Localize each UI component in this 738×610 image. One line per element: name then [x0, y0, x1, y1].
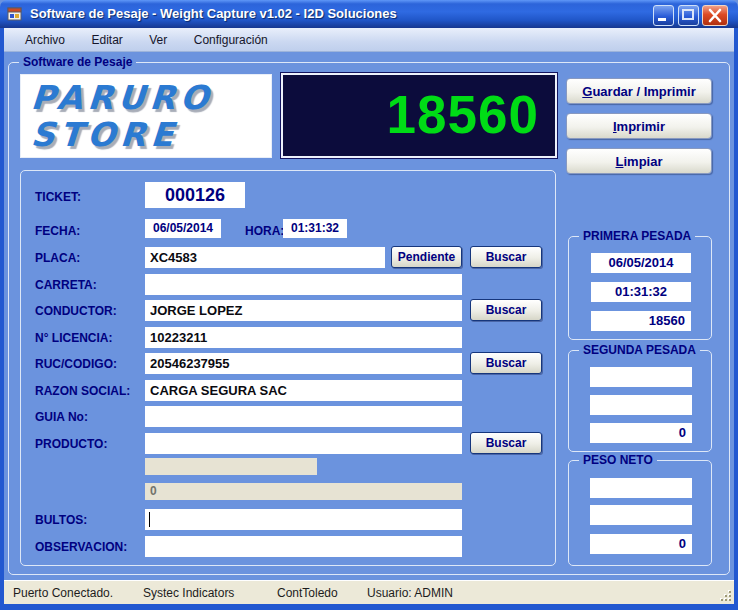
primera-pesada-fecha: 06/05/2014	[591, 253, 691, 273]
ruc-label: RUC/CODIGO:	[35, 357, 117, 371]
peso-neto-peso: 0	[590, 534, 692, 554]
pendiente-button[interactable]: Pendiente	[391, 246, 462, 268]
bultos-label: BULTOS:	[35, 513, 87, 527]
logo-line2: STORE	[30, 116, 272, 153]
primera-pesada-group: PRIMERA PESADA 06/05/2014 01:31:32 18560	[568, 236, 712, 340]
company-logo: PARURO STORE	[20, 74, 272, 158]
status-port: Puerto Conectado.	[13, 586, 113, 600]
placa-buscar-label: Buscar	[486, 250, 527, 264]
ruc-input[interactable]	[145, 353, 462, 374]
carreta-input[interactable]	[145, 274, 462, 295]
menu-configuracion[interactable]: Configuración	[183, 28, 279, 52]
carreta-label: CARRETA:	[35, 278, 97, 292]
status-user: Usuario: ADMIN	[367, 586, 453, 600]
peso-neto-group: PESO NETO 0	[568, 460, 712, 566]
licencia-input[interactable]	[145, 327, 462, 348]
weight-display: 18560	[281, 73, 557, 158]
menu-editar[interactable]: Editar	[80, 28, 133, 52]
menu-ver[interactable]: Ver	[138, 28, 178, 52]
bultos-input[interactable]	[145, 509, 462, 530]
status-indicator: Systec Indicators	[143, 586, 234, 600]
resize-grip[interactable]	[720, 590, 732, 602]
status-bar: Puerto Conectado. Systec Indicators Cont…	[4, 580, 734, 604]
ruc-buscar-button[interactable]: Buscar	[470, 352, 542, 374]
segunda-pesada-group: SEGUNDA PESADA 0	[568, 350, 712, 452]
close-button[interactable]	[702, 5, 728, 26]
maximize-button[interactable]	[678, 5, 699, 26]
primera-pesada-hora: 01:31:32	[591, 282, 691, 302]
conductor-label: CONDUCTOR:	[35, 304, 117, 318]
weight-display-value: 18560	[387, 85, 539, 144]
ruc-buscar-label: Buscar	[486, 356, 527, 370]
menu-bar: Archivo Editar Ver Configuración	[4, 28, 734, 52]
peso-neto-label: PESO NETO	[579, 453, 657, 467]
maximize-icon	[679, 6, 698, 25]
placa-input[interactable]	[145, 247, 385, 268]
guardar-imprimir-label: Guardar / Imprimir	[573, 84, 705, 99]
app-icon	[7, 6, 23, 22]
client-area: Software de Pesaje PARURO STORE 18560 Gu…	[4, 52, 734, 580]
window-title: Software de Pesaje - Weight Capture v1.0…	[30, 6, 397, 21]
fecha-value: 06/05/2014	[145, 219, 221, 238]
razon-social-label: RAZON SOCIAL:	[35, 384, 130, 398]
ticket-value: 000126	[145, 182, 245, 208]
pendiente-label: Pendiente	[398, 250, 455, 264]
conductor-buscar-button[interactable]: Buscar	[470, 299, 542, 321]
segunda-pesada-label: SEGUNDA PESADA	[579, 343, 700, 357]
hora-label: HORA:	[245, 224, 284, 238]
observacion-input[interactable]	[145, 536, 462, 557]
minimize-button[interactable]	[653, 5, 674, 26]
peso-neto-hora	[590, 505, 692, 525]
primera-pesada-peso: 18560	[591, 311, 691, 331]
segunda-pesada-hora	[590, 395, 692, 415]
app-window: Software de Pesaje - Weight Capture v1.0…	[0, 0, 738, 610]
status-device: ContToledo	[277, 586, 338, 600]
peso-neto-fecha	[590, 478, 692, 498]
conductor-input[interactable]	[145, 300, 462, 321]
ticket-label: TICKET:	[35, 190, 81, 204]
limpiar-label: Limpiar	[573, 154, 705, 169]
logo-line1: PARURO	[30, 79, 272, 116]
observacion-label: OBSERVACION:	[35, 540, 127, 554]
close-icon	[703, 6, 727, 25]
razon-social-input[interactable]	[145, 380, 462, 401]
menu-archivo[interactable]: Archivo	[14, 28, 76, 52]
guia-input[interactable]	[145, 406, 462, 427]
minimize-icon	[654, 6, 673, 25]
guardar-imprimir-button[interactable]: Guardar / Imprimir	[566, 78, 712, 104]
primera-pesada-label: PRIMERA PESADA	[579, 229, 695, 243]
producto-buscar-label: Buscar	[486, 436, 527, 450]
segunda-pesada-peso: 0	[590, 423, 692, 443]
limpiar-button[interactable]: Limpiar	[566, 148, 712, 174]
producto-label: PRODUCTO:	[35, 437, 107, 451]
placa-buscar-button[interactable]: Buscar	[470, 246, 542, 268]
producto-buscar-button[interactable]: Buscar	[470, 432, 542, 454]
title-bar[interactable]: Software de Pesaje - Weight Capture v1.0…	[0, 0, 738, 28]
segunda-pesada-fecha	[590, 367, 692, 387]
placa-label: PLACA:	[35, 251, 80, 265]
conductor-buscar-label: Buscar	[486, 303, 527, 317]
window-border-right	[734, 28, 738, 610]
text-caret	[149, 512, 150, 527]
producto-input[interactable]	[145, 433, 462, 454]
producto-cantidad-field: 0	[145, 483, 462, 500]
hora-value: 01:31:32	[283, 219, 347, 238]
licencia-label: N° LICENCIA:	[35, 331, 112, 345]
main-groupbox-label: Software de Pesaje	[19, 55, 136, 69]
imprimir-button[interactable]: Imprimir	[566, 113, 712, 139]
imprimir-label: Imprimir	[573, 119, 705, 134]
guia-label: GUIA No:	[35, 410, 88, 424]
window-border-bottom	[0, 604, 738, 610]
producto-desc-field	[145, 458, 317, 475]
fecha-label: FECHA:	[35, 224, 80, 238]
